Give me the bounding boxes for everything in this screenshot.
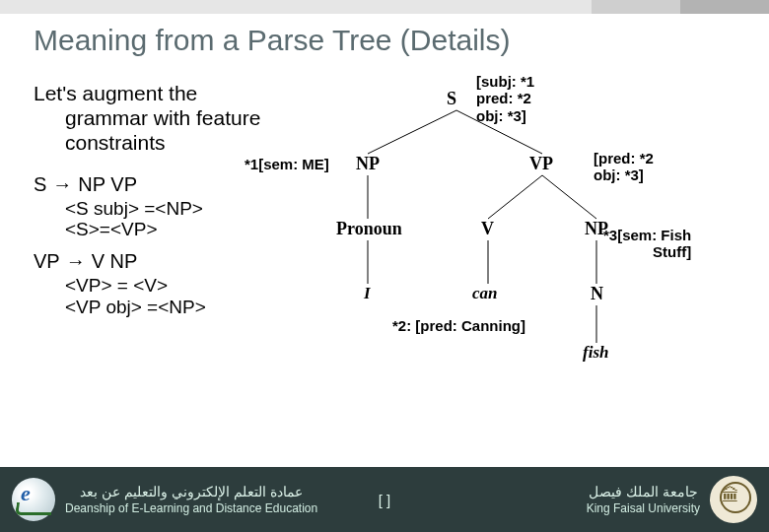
ann-np2-line2: Stuff] <box>603 243 691 260</box>
tree-node-v: V <box>481 219 494 239</box>
accent-seg-2 <box>592 0 680 14</box>
tree-node-np1: NP <box>356 154 380 174</box>
ann-vp-line2: obj: *3] <box>594 166 654 183</box>
tree-node-pronoun: Pronoun <box>336 219 402 239</box>
rule2-rhs: V NP <box>92 250 138 273</box>
elearning-logo-icon <box>12 478 55 521</box>
tree-node-s: S <box>447 89 456 109</box>
tree-node-n: N <box>591 284 603 304</box>
tree-node-vp: VP <box>529 154 553 174</box>
footer-left: عمادة التعلم الإلكتروني والتعليم عن بعد … <box>0 478 345 521</box>
slide-title: Meaning from a Parse Tree (Details) <box>0 14 769 63</box>
tree-word-i: I <box>364 284 371 303</box>
svg-line-0 <box>368 110 456 154</box>
rule-arrow-icon: → <box>52 173 72 196</box>
annotation-vp: [pred: *2 obj: *3] <box>594 150 654 184</box>
top-accent-bar <box>0 0 769 14</box>
annotation-v: *2: [pred: Canning] <box>392 317 525 334</box>
rule1-rhs: NP VP <box>78 173 137 196</box>
annotation-s: [subj: *1 pred: *2 obj: *3] <box>476 73 534 124</box>
intro-line1: Let's augment the <box>34 82 197 104</box>
footer-right: جامعة الملك فيصل King Faisal University <box>424 476 769 523</box>
ann-s-line2: pred: *2 <box>476 90 534 106</box>
footer-right-english: King Faisal University <box>587 501 700 515</box>
svg-line-5 <box>542 175 596 219</box>
annotation-np1: *1[sem: ME] <box>245 156 329 172</box>
ann-s-line1: [subj: *1 <box>476 73 534 90</box>
accent-seg-1 <box>0 0 592 14</box>
intro-text: Let's augment the grammar with feature c… <box>34 81 280 156</box>
rule2-lhs: VP <box>34 250 60 273</box>
ann-s-line3: obj: *3] <box>476 107 534 124</box>
accent-seg-3 <box>680 0 769 14</box>
tree-word-fish: fish <box>583 343 608 363</box>
slide-footer: عمادة التعلم الإلكتروني والتعليم عن بعد … <box>0 467 769 532</box>
intro-line2: grammar with feature constraints <box>34 105 280 155</box>
tree-word-can: can <box>472 284 498 303</box>
university-logo-icon <box>710 476 757 523</box>
footer-right-arabic: جامعة الملك فيصل <box>589 484 698 499</box>
svg-line-4 <box>488 175 542 219</box>
footer-left-english: Deanship of E-Learning and Distance Educ… <box>65 501 317 515</box>
ann-vp-line1: [pred: *2 <box>594 150 654 166</box>
ann-np2-line1: *3[sem: Fish <box>603 227 691 243</box>
annotation-np2: *3[sem: Fish Stuff] <box>603 227 691 261</box>
rule-arrow-icon: → <box>66 250 86 273</box>
rule1-lhs: S <box>34 173 46 196</box>
slide-content: Let's augment the grammar with feature c… <box>0 63 769 487</box>
footer-page-bracket: [ ] <box>345 492 424 508</box>
footer-left-arabic: عمادة التعلم الإلكتروني والتعليم عن بعد <box>80 484 302 499</box>
